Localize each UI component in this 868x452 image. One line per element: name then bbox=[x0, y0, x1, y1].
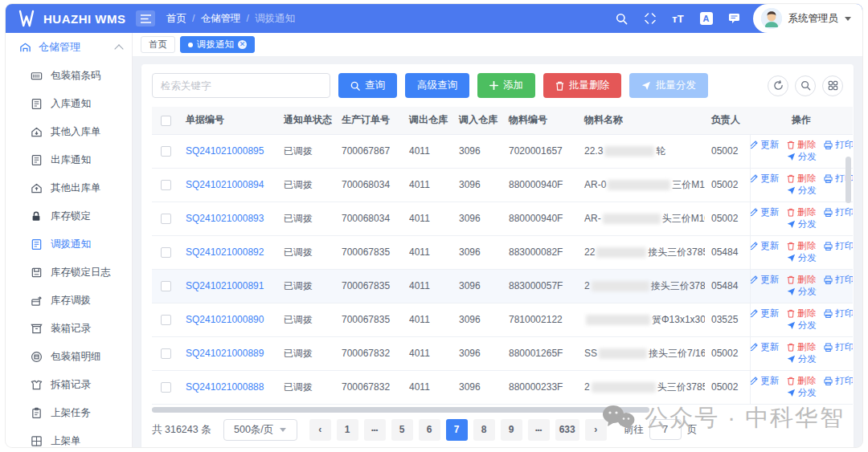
update-link[interactable]: 更新 bbox=[750, 208, 779, 218]
sidebar-item-shelf-order[interactable]: 上架单 bbox=[6, 427, 132, 447]
page-button-633[interactable]: 633 bbox=[555, 419, 579, 441]
page-ellipsis[interactable]: ••• bbox=[528, 419, 550, 441]
select-all-checkbox[interactable] bbox=[161, 116, 171, 126]
tab-首页[interactable]: 首页 bbox=[141, 36, 175, 53]
sidebar-item-other-outbound[interactable]: 其他出库单 bbox=[6, 174, 132, 202]
font-size-icon[interactable]: тT bbox=[671, 11, 686, 26]
dispatch-link[interactable]: 分发 bbox=[787, 355, 817, 364]
doc-no-link[interactable]: SQ241021000894 bbox=[186, 179, 264, 190]
page-button-5[interactable]: 5 bbox=[391, 419, 413, 441]
delete-link[interactable]: 删除 bbox=[787, 309, 816, 319]
row-checkbox[interactable] bbox=[161, 382, 171, 393]
sidebar-item-shelf-task[interactable]: 上架任务 bbox=[6, 399, 132, 427]
sidebar-item-outbound-notice[interactable]: 出库通知 bbox=[6, 146, 132, 174]
dispatch-link[interactable]: 分发 bbox=[787, 321, 817, 331]
zoom-button[interactable] bbox=[795, 75, 816, 96]
dispatch-link[interactable]: 分发 bbox=[787, 220, 817, 230]
sidebar-item-stock-transfer[interactable]: 库存调拨 bbox=[6, 287, 132, 315]
collapse-menu-icon[interactable] bbox=[136, 10, 155, 26]
print-link[interactable]: 打印 bbox=[824, 377, 853, 386]
update-link[interactable]: 更新 bbox=[750, 343, 779, 352]
update-link[interactable]: 更新 bbox=[750, 309, 779, 319]
settings-button[interactable] bbox=[822, 75, 843, 96]
update-link[interactable]: 更新 bbox=[750, 174, 779, 184]
sidebar-item-lock-log[interactable]: 库存锁定日志 bbox=[6, 259, 132, 287]
doc-no-link[interactable]: SQ241021000893 bbox=[186, 213, 264, 224]
delete-link[interactable]: 删除 bbox=[787, 275, 816, 285]
add-button[interactable]: 添加 bbox=[477, 73, 535, 98]
vertical-scrollbar-thumb[interactable] bbox=[845, 157, 851, 203]
close-icon[interactable]: ✕ bbox=[238, 40, 247, 49]
search-icon[interactable] bbox=[615, 11, 629, 26]
prev-page-button[interactable]: ‹ bbox=[309, 419, 331, 441]
query-button[interactable]: 查询 bbox=[338, 73, 397, 98]
row-checkbox[interactable] bbox=[161, 214, 171, 224]
message-icon[interactable] bbox=[727, 11, 742, 26]
delete-link[interactable]: 删除 bbox=[787, 242, 816, 251]
print-link[interactable]: 打印 bbox=[824, 140, 853, 150]
page-size-select[interactable]: 500条/页 bbox=[223, 419, 297, 441]
advanced-query-button[interactable]: 高级查询 bbox=[405, 73, 469, 98]
delete-link[interactable]: 删除 bbox=[787, 174, 816, 184]
row-checkbox[interactable] bbox=[161, 146, 171, 157]
update-link[interactable]: 更新 bbox=[750, 377, 779, 386]
row-checkbox[interactable] bbox=[161, 348, 171, 359]
doc-no-link[interactable]: SQ241021000890 bbox=[186, 314, 264, 325]
page-button-1[interactable]: 1 bbox=[337, 419, 358, 441]
sidebar-item-inbound-notice[interactable]: 入库通知 bbox=[6, 90, 132, 118]
sidebar-item-other-inbound[interactable]: 其他入库单 bbox=[6, 118, 132, 146]
search-input[interactable] bbox=[152, 73, 330, 98]
doc-no-link[interactable]: SQ241021000889 bbox=[186, 348, 264, 359]
dispatch-link[interactable]: 分发 bbox=[787, 389, 817, 398]
batch-delete-button[interactable]: 批量删除 bbox=[543, 73, 621, 98]
breadcrumb-home[interactable]: 首页 bbox=[166, 12, 186, 26]
dispatch-link[interactable]: 分发 bbox=[787, 153, 817, 162]
delete-link[interactable]: 删除 bbox=[787, 377, 816, 386]
sidebar-item-transfer-notice[interactable]: 调拨通知 bbox=[6, 230, 132, 259]
page-button-6[interactable]: 6 bbox=[419, 419, 440, 441]
sidebar-group-warehouse[interactable]: 仓储管理 bbox=[6, 33, 132, 62]
print-link[interactable]: 打印 bbox=[824, 309, 853, 319]
dispatch-link[interactable]: 分发 bbox=[787, 287, 817, 297]
horizontal-scrollbar-thumb[interactable] bbox=[152, 407, 649, 413]
doc-no-link[interactable]: SQ241021000891 bbox=[186, 280, 264, 291]
sidebar-item-unpack-record[interactable]: 拆箱记录 bbox=[6, 371, 132, 399]
user-menu[interactable]: 系统管理员 bbox=[753, 4, 863, 33]
sidebar-item-label: 上架任务 bbox=[51, 406, 91, 420]
row-checkbox[interactable] bbox=[161, 247, 171, 258]
sidebar-item-box-barcode[interactable]: 包装箱条码 bbox=[6, 62, 132, 90]
update-link[interactable]: 更新 bbox=[750, 242, 779, 251]
delete-link[interactable]: 删除 bbox=[787, 140, 816, 150]
delete-link[interactable]: 删除 bbox=[787, 208, 816, 218]
page-button-9[interactable]: 9 bbox=[501, 419, 522, 441]
row-checkbox[interactable] bbox=[161, 315, 171, 325]
page-button-8[interactable]: 8 bbox=[473, 419, 495, 441]
next-page-button[interactable]: › bbox=[585, 419, 607, 441]
doc-no-link[interactable]: SQ241021000892 bbox=[186, 246, 264, 258]
print-link[interactable]: 打印 bbox=[824, 275, 853, 285]
doc-no-link[interactable]: SQ241021000895 bbox=[186, 145, 264, 157]
update-link[interactable]: 更新 bbox=[750, 140, 779, 150]
doc-no-link[interactable]: SQ241021000888 bbox=[186, 381, 264, 393]
tab-调拨通知[interactable]: 调拨通知✕ bbox=[180, 36, 255, 53]
dispatch-link[interactable]: 分发 bbox=[787, 254, 817, 263]
translate-icon[interactable]: A bbox=[699, 11, 714, 26]
row-checkbox[interactable] bbox=[161, 180, 171, 190]
row-checkbox[interactable] bbox=[161, 281, 171, 291]
sidebar-item-pack-record[interactable]: 装箱记录 bbox=[6, 315, 132, 343]
print-link[interactable]: 打印 bbox=[824, 242, 853, 251]
fullscreen-icon[interactable] bbox=[643, 11, 657, 26]
dispatch-link[interactable]: 分发 bbox=[787, 186, 817, 196]
sidebar-item-box-detail[interactable]: 包装箱明细 bbox=[6, 343, 132, 371]
goto-page-input[interactable] bbox=[649, 419, 682, 440]
sidebar-item-stock-lock[interactable]: 库存锁定 bbox=[6, 202, 132, 230]
batch-dispatch-button[interactable]: 批量分发 bbox=[629, 73, 708, 98]
page-ellipsis[interactable]: ••• bbox=[364, 419, 386, 441]
breadcrumb-warehouse[interactable]: 仓储管理 bbox=[200, 12, 240, 26]
print-link[interactable]: 打印 bbox=[824, 343, 853, 352]
page-button-7[interactable]: 7 bbox=[446, 419, 468, 441]
update-link[interactable]: 更新 bbox=[750, 275, 779, 285]
delete-link[interactable]: 删除 bbox=[787, 343, 816, 352]
refresh-button[interactable] bbox=[768, 75, 788, 96]
print-link[interactable]: 打印 bbox=[824, 208, 853, 218]
